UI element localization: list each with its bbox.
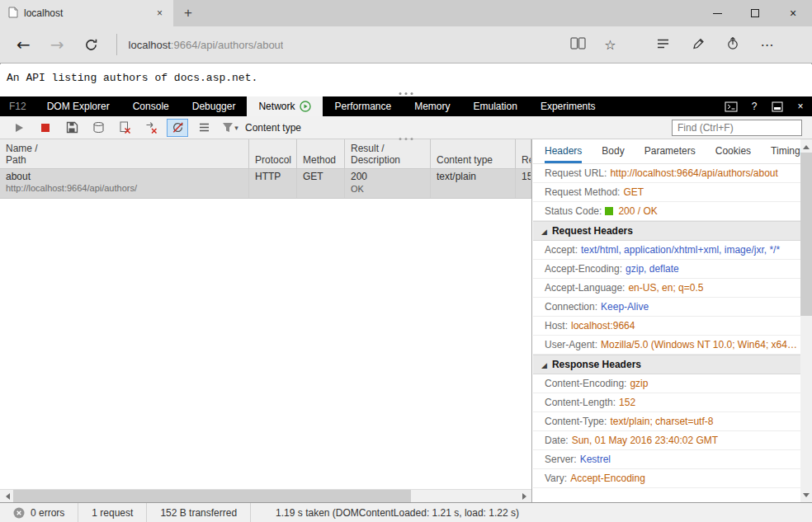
tab-memory[interactable]: Memory (403, 96, 461, 116)
export-har-button[interactable] (61, 119, 83, 137)
header-row-user-agent: User-Agent:Mozilla/5.0 (Windows NT 10.0;… (533, 336, 800, 355)
vertical-scrollbar[interactable] (800, 139, 812, 502)
request-details-panel: Headers Body Parameters Cookies Timings … (533, 139, 800, 502)
refresh-icon (84, 38, 98, 52)
hub-button[interactable] (656, 38, 670, 52)
scroll-left-icon (2, 493, 10, 500)
tab-body[interactable]: Body (602, 139, 624, 163)
stop-icon (40, 122, 51, 134)
tab-console[interactable]: Console (121, 96, 181, 116)
response-headers-section[interactable]: ◢Response Headers (533, 355, 800, 374)
stop-profiling-button[interactable] (35, 119, 56, 137)
back-button[interactable]: ← (7, 36, 40, 53)
request-path: http://localhost:9664/api/authors/ (6, 183, 243, 193)
show-console-icon (725, 101, 738, 112)
find-input[interactable] (672, 120, 802, 136)
errors-status[interactable]: 0 errors (0, 503, 78, 522)
reading-view-icon (570, 37, 586, 49)
header-row-content-encoding: Content-Encoding:gzip (533, 374, 800, 393)
scroll-left-button[interactable] (0, 490, 13, 503)
table-row[interactable]: about http://localhost:9664/api/authors/… (0, 169, 531, 199)
browser-tab[interactable]: localhost × (0, 0, 173, 26)
play-icon (13, 122, 25, 134)
network-main: Name / Path Protocol Method Result / Des… (0, 139, 812, 502)
column-content-type[interactable]: Content type (431, 139, 516, 168)
request-count-status: 1 request (78, 503, 147, 522)
toggle-details-button[interactable] (193, 119, 215, 137)
horizontal-scrollbar[interactable] (0, 489, 531, 502)
forward-button[interactable]: → (40, 36, 74, 53)
scroll-down-button[interactable] (800, 489, 812, 502)
new-tab-button[interactable]: + (173, 0, 203, 26)
scroll-up-button[interactable] (800, 139, 812, 153)
tab-cookies[interactable]: Cookies (715, 139, 751, 163)
filter-funnel-icon (222, 122, 234, 133)
transferred-status: 152 B transferred (147, 503, 251, 522)
network-toolbar: ▾ Content type (0, 116, 812, 139)
tab-parameters[interactable]: Parameters (644, 139, 696, 163)
minimize-icon (713, 13, 722, 14)
column-protocol[interactable]: Protocol (249, 139, 297, 168)
column-result-description[interactable]: Result / Description (345, 139, 431, 168)
close-button[interactable]: × (774, 0, 812, 26)
tab-network[interactable]: Network (247, 96, 323, 116)
clear-cache-icon (92, 121, 105, 134)
refresh-button[interactable] (74, 38, 108, 52)
address-domain: localhost (129, 39, 171, 51)
column-method[interactable]: Method (297, 139, 345, 168)
header-row-accept-encoding: Accept-Encoding:gzip, deflate (533, 260, 800, 279)
tab-strip: localhost × + × (0, 0, 812, 26)
tab-performance[interactable]: Performance (323, 96, 403, 116)
column-name-path[interactable]: Name / Path (0, 139, 249, 168)
tab-emulation[interactable]: Emulation (462, 96, 529, 116)
tab-debugger[interactable]: Debugger (181, 96, 248, 116)
tab-experiments[interactable]: Experiments (529, 96, 607, 116)
list-icon (198, 122, 210, 133)
request-headers-section[interactable]: ◢Request Headers (533, 221, 800, 241)
start-profiling-button[interactable] (8, 119, 30, 137)
devtools-close-button[interactable]: × (789, 96, 812, 116)
scroll-right-button[interactable] (518, 490, 531, 503)
web-note-button[interactable] (692, 37, 705, 53)
more-actions-button[interactable]: ⋯ (761, 37, 775, 53)
header-row-accept-language: Accept-Language:en-US, en; q=0.5 (533, 279, 800, 298)
address-text: localhost:9664/api/authors/about (129, 39, 284, 51)
header-row-status-code: Status Code:200 / OK (533, 202, 800, 221)
maximize-button[interactable] (736, 0, 774, 26)
horizontal-scroll-thumb[interactable] (13, 490, 411, 502)
tab-close-icon[interactable]: × (154, 7, 165, 19)
cell-method: GET (297, 169, 345, 198)
status-green-swatch (605, 207, 613, 215)
tab-title: localhost (24, 7, 149, 19)
help-button[interactable]: ? (743, 96, 766, 116)
unpin-button[interactable] (766, 96, 789, 116)
show-console-button[interactable] (720, 96, 743, 116)
headers-list: Request URL:http://localhost:9664/api/au… (533, 164, 800, 488)
tab-network-label: Network (258, 101, 295, 112)
share-button[interactable] (726, 36, 739, 53)
content-type-filter-button[interactable]: ▾ (220, 119, 241, 137)
address-bar[interactable]: localhost:9664/api/authors/about ☆ (116, 34, 628, 55)
clear-cache-button[interactable] (87, 119, 109, 137)
cell-content-type: text/plain (431, 169, 516, 198)
favorite-star-button[interactable]: ☆ (604, 37, 616, 53)
error-count-icon (13, 507, 25, 519)
content-type-filter-label[interactable]: Content type (245, 122, 301, 134)
tab-headers[interactable]: Headers (545, 139, 582, 163)
navigation-bar: ← → localhost:9664/api/authors/about ☆ (0, 26, 812, 63)
tab-dom-explorer[interactable]: DOM Explorer (35, 96, 121, 116)
always-refresh-from-server-button[interactable] (167, 119, 188, 137)
column-received[interactable]: Re (516, 139, 531, 168)
header-row-content-length: Content-Length:152 (533, 393, 800, 412)
devtools-menubar: F12 DOM Explorer Console Debugger Networ… (0, 96, 812, 116)
clear-cookies-icon (119, 121, 131, 134)
reading-view-button[interactable] (570, 37, 586, 52)
table-header: Name / Path Protocol Method Result / Des… (0, 139, 531, 169)
minimize-button[interactable] (698, 0, 736, 26)
request-url-value: http://localhost:9664/api/authors/about (610, 167, 777, 179)
clear-entries-on-navigate-button[interactable] (140, 119, 162, 137)
vertical-scroll-thumb[interactable] (800, 153, 812, 316)
devtools-splitter[interactable] (399, 92, 413, 95)
clear-cookies-button[interactable] (114, 119, 135, 137)
header-row-connection: Connection:Keep-Alive (533, 298, 800, 317)
